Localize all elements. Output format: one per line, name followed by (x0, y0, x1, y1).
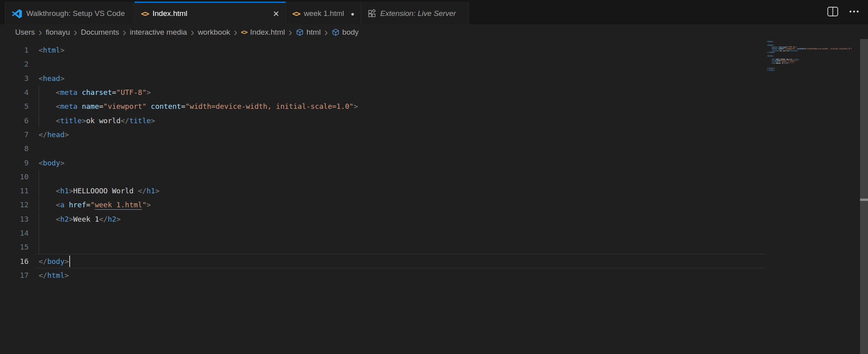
code-line-7[interactable]: 7</head> (0, 128, 765, 142)
chevron-right-icon: › (234, 28, 237, 36)
line-number[interactable]: 1 (0, 46, 29, 54)
breadcrumb-item-index-html[interactable]: <>Index.html (241, 28, 285, 37)
code-line-12[interactable]: 12 <a href="week 1.html"> (0, 198, 765, 212)
code-line-3[interactable]: 3<head> (0, 71, 765, 85)
breadcrumb-item-workbook[interactable]: workbook (198, 28, 230, 37)
breadcrumb-item-documents[interactable]: Documents (81, 28, 119, 37)
code-token: Week 1 (73, 215, 99, 223)
code-token: head (47, 130, 65, 139)
tab-extension-live-server[interactable]: Extension: Live Server (361, 2, 469, 24)
extensions-icon (368, 9, 376, 18)
line-number[interactable]: 12 (0, 201, 29, 209)
modified-dot-icon[interactable]: ● (351, 10, 354, 17)
close-icon[interactable]: × (273, 10, 279, 18)
breadcrumb-label: fionayu (46, 28, 70, 37)
line-content[interactable]: <meta charset="UTF-8"> (35, 85, 765, 99)
code-token: < (39, 74, 43, 83)
line-content[interactable] (35, 57, 765, 71)
tab-week-1-html[interactable]: <> week 1.html ● (286, 2, 361, 24)
line-content[interactable]: <title>ok world</title> (35, 113, 765, 127)
code-token: h2 (60, 215, 69, 223)
line-number[interactable]: 13 (0, 215, 29, 223)
line-content[interactable]: <h1>HELLOOOO World </h1> (35, 184, 765, 198)
line-number[interactable]: 10 (0, 173, 29, 181)
line-number[interactable]: 5 (0, 102, 29, 110)
line-number[interactable]: 7 (0, 130, 29, 139)
breadcrumb-item-body[interactable]: body (332, 28, 359, 37)
line-number[interactable]: 11 (0, 187, 29, 195)
code-token: < (56, 187, 60, 195)
chevron-right-icon: › (74, 28, 77, 36)
line-number[interactable]: 14 (0, 229, 29, 237)
code-line-11[interactable]: 11 <h1>HELLOOOO World </h1> (0, 184, 765, 198)
code-line-9[interactable]: 9<body> (0, 155, 765, 169)
code-token: </ (99, 215, 108, 223)
code-line-4[interactable]: 4 <meta charset="UTF-8"> (0, 85, 765, 99)
line-number[interactable]: 3 (0, 74, 29, 83)
code-token: "UTF-8" (116, 88, 147, 96)
code-token: </ (39, 130, 47, 139)
line-content[interactable]: <meta name="viewport" content="width=dev… (35, 99, 765, 113)
minimap-content: <html><head> <meta charset="UTF-8"> <met… (767, 41, 868, 71)
editor[interactable]: 1<html>23<head>4 <meta charset="UTF-8">5… (0, 40, 868, 354)
code-line-13[interactable]: 13 <h2>Week 1</h2> (0, 212, 765, 226)
line-content[interactable] (35, 226, 765, 240)
code-token: < (56, 201, 60, 209)
chevron-right-icon: › (325, 28, 328, 36)
line-content[interactable]: <a href="week 1.html"> (35, 198, 765, 212)
split-editor-icon[interactable] (827, 6, 839, 17)
code-line-14[interactable]: 14 (0, 226, 765, 240)
breadcrumb-item-fionayu[interactable]: fionayu (46, 28, 70, 37)
line-content[interactable]: </body> (35, 254, 765, 268)
line-content[interactable]: <h2>Week 1</h2> (35, 212, 765, 226)
code-line-6[interactable]: 6 <title>ok world</title> (0, 113, 765, 127)
code-token: body (47, 257, 65, 266)
vertical-scrollbar[interactable] (860, 39, 868, 354)
breadcrumb-label: interactive media (130, 28, 187, 37)
code-token: > (797, 49, 798, 52)
breadcrumb-item-interactive-media[interactable]: interactive media (130, 28, 187, 37)
code-token: > (796, 60, 797, 63)
line-content[interactable]: </html> (35, 268, 765, 282)
tab-walkthrough-setup-vs-code[interactable]: Walkthrough: Setup VS Code (5, 2, 135, 24)
code-token: = (181, 102, 186, 110)
line-number[interactable]: 2 (0, 60, 29, 68)
code-token: > (774, 51, 775, 54)
code-line-2[interactable]: 2 (0, 57, 765, 71)
line-number[interactable]: 16 (0, 257, 29, 266)
line-number[interactable]: 8 (0, 144, 29, 153)
code-token: > (60, 74, 65, 83)
code-token: < (56, 102, 60, 110)
code-line-17[interactable]: 17</html> (0, 268, 765, 282)
line-number[interactable]: 17 (0, 271, 29, 279)
vscode-logo-icon (12, 8, 22, 19)
line-number[interactable]: 9 (0, 159, 29, 167)
line-content[interactable]: <html> (35, 43, 765, 57)
code-token: Week 1 (776, 62, 783, 64)
line-content[interactable] (35, 142, 765, 155)
breadcrumb-item-users[interactable]: Users (15, 28, 35, 37)
line-number[interactable]: 15 (0, 243, 29, 251)
breadcrumb-item-html[interactable]: html (296, 28, 321, 37)
code-line-5[interactable]: 5 <meta name="viewport" content="width=d… (0, 99, 765, 113)
code-line-8[interactable]: 8 (0, 142, 765, 155)
line-content[interactable]: </head> (35, 128, 765, 142)
code-line-15[interactable]: 15 (0, 240, 765, 254)
more-actions-icon[interactable] (849, 10, 859, 13)
line-content[interactable]: <head> (35, 71, 765, 85)
line-content[interactable] (35, 170, 765, 184)
minimap[interactable]: <html><head> <meta charset="UTF-8"> <met… (767, 37, 868, 73)
code-token (39, 116, 56, 125)
tab-index-html[interactable]: <> Index.html × (135, 2, 286, 24)
code-token: < (56, 116, 60, 125)
tab-strip: Walkthrough: Setup VS Code <> Index.html… (5, 2, 469, 24)
line-number[interactable]: 6 (0, 116, 29, 125)
code-token: href (69, 201, 86, 209)
code-token: > (69, 215, 73, 223)
code-line-10[interactable]: 10 (0, 170, 765, 184)
line-content[interactable] (35, 240, 765, 254)
code-line-1[interactable]: 1<html> (0, 43, 765, 57)
line-content[interactable]: <body> (35, 155, 765, 169)
line-number[interactable]: 4 (0, 88, 29, 96)
code-line-16[interactable]: 16</body> (0, 254, 765, 268)
